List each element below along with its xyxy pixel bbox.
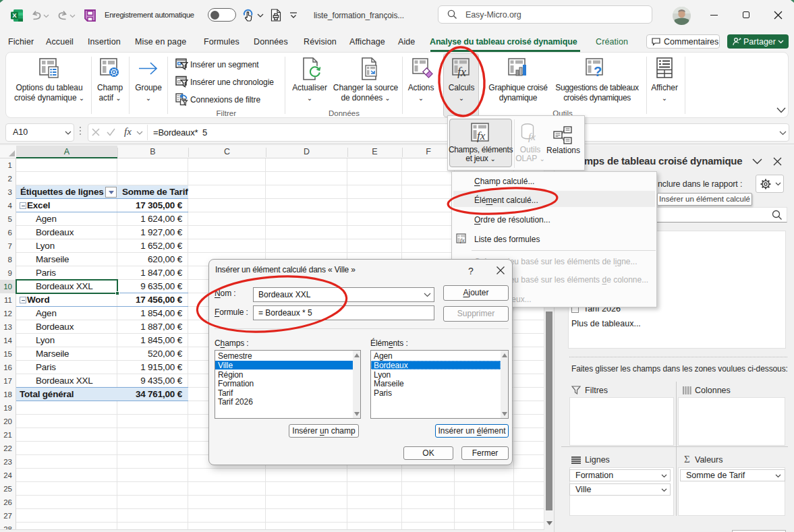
svg-text:X: X (12, 11, 17, 19)
svg-text:fx: fx (528, 131, 536, 142)
svg-text:fx: fx (457, 65, 466, 78)
svg-text:fx: fx (477, 129, 486, 142)
svg-text:?: ? (594, 64, 602, 78)
svg-text:fx: fx (460, 237, 465, 243)
